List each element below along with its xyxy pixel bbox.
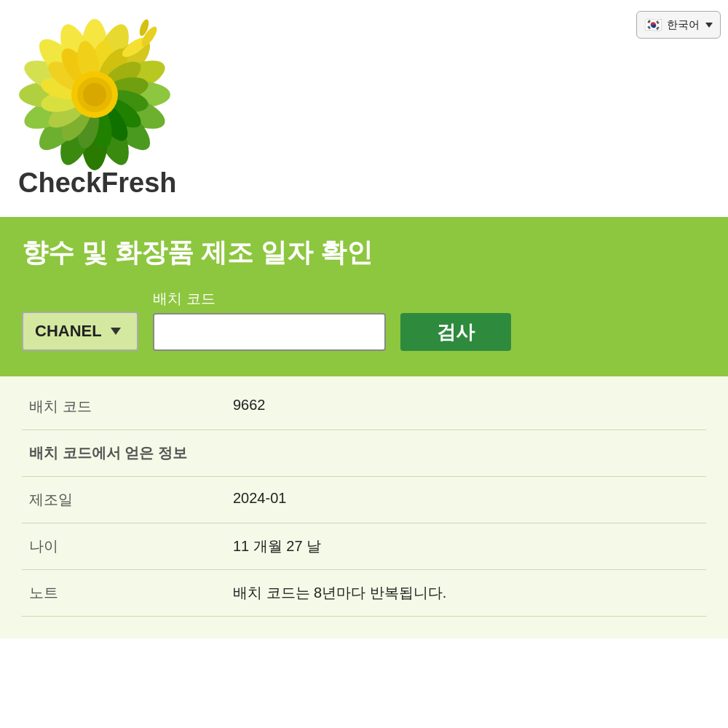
result-label: 배치 코드 xyxy=(22,384,226,430)
result-value: 9662 xyxy=(226,384,706,430)
result-label: 배치 코드에서 얻은 정보 xyxy=(22,430,226,477)
result-label: 제조일 xyxy=(22,477,226,523)
brand-chevron-icon xyxy=(111,328,121,335)
brand-value: CHANEL xyxy=(35,322,102,341)
language-label: 한국어 xyxy=(667,18,700,32)
banner-title: 향수 및 화장품 제조 일자 확인 xyxy=(22,235,706,271)
results-area: 배치 코드9662배치 코드에서 얻은 정보제조일2024-01나이11 개월 … xyxy=(0,376,728,638)
table-row: 노트배치 코드는 8년마다 반복됩니다. xyxy=(22,570,706,617)
table-row: 배치 코드에서 얻은 정보 xyxy=(22,430,706,477)
header: 🇰🇷 한국어 xyxy=(0,0,728,213)
language-selector[interactable]: 🇰🇷 한국어 xyxy=(636,11,721,39)
result-value xyxy=(226,430,706,477)
result-value: 배치 코드는 8년마다 반복됩니다. xyxy=(226,570,706,617)
form-row: CHANEL 배치 코드 검사 xyxy=(22,289,706,351)
logo-text: CheckFresh xyxy=(18,167,177,199)
logo-flower-icon xyxy=(15,15,175,175)
batch-code-group: 배치 코드 xyxy=(153,289,386,351)
search-button[interactable]: 검사 xyxy=(400,313,511,351)
svg-point-34 xyxy=(83,83,106,106)
table-row: 제조일2024-01 xyxy=(22,477,706,523)
logo-area: CheckFresh xyxy=(15,7,713,199)
green-banner: 향수 및 화장품 제조 일자 확인 CHANEL 배치 코드 검사 xyxy=(0,217,728,376)
table-row: 배치 코드9662 xyxy=(22,384,706,430)
result-label: 나이 xyxy=(22,523,226,570)
chevron-down-icon xyxy=(705,23,713,28)
result-table: 배치 코드9662배치 코드에서 얻은 정보제조일2024-01나이11 개월 … xyxy=(22,384,706,617)
table-row: 나이11 개월 27 날 xyxy=(22,523,706,570)
result-value: 2024-01 xyxy=(226,477,706,523)
result-label: 노트 xyxy=(22,570,226,617)
flag-icon: 🇰🇷 xyxy=(644,16,662,33)
batch-code-label: 배치 코드 xyxy=(153,289,386,309)
brand-selector[interactable]: CHANEL xyxy=(22,312,138,351)
result-value: 11 개월 27 날 xyxy=(226,523,706,570)
batch-code-input[interactable] xyxy=(153,313,386,351)
